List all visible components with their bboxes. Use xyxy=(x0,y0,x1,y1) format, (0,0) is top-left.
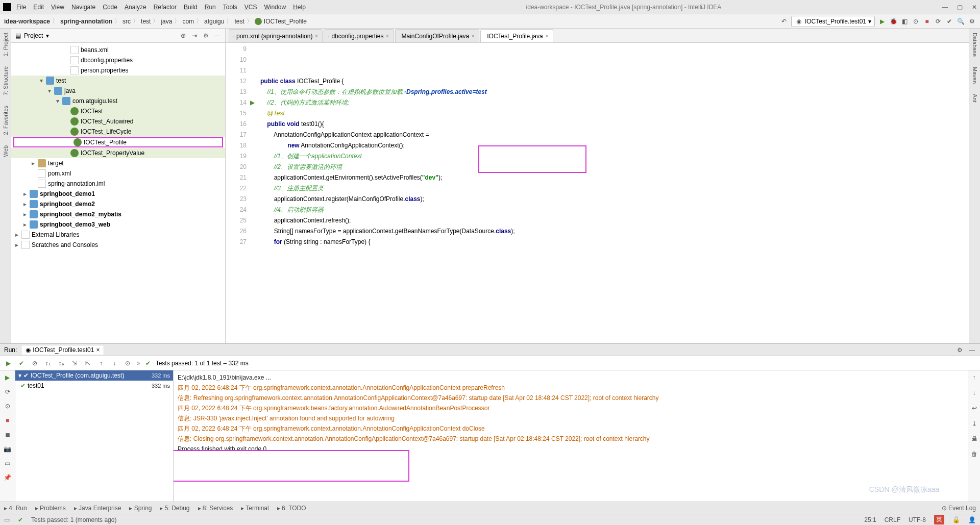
status-info-icon[interactable]: ▭ xyxy=(4,516,10,523)
tree-item[interactable]: ▸Scratches and Consoles xyxy=(11,240,225,250)
settings-icon[interactable]: ⚙ xyxy=(968,17,976,26)
test-tree[interactable]: ▾✔IOCTest_Profile (com.atguigu.test)332 … xyxy=(15,370,174,502)
debug-button[interactable]: 🐞 xyxy=(889,17,897,26)
inspection-icon[interactable]: 👤 xyxy=(968,516,976,523)
menu-help[interactable]: Help xyxy=(293,4,306,11)
project-tree[interactable]: beans.xmldbconfig.propertiesperson.prope… xyxy=(11,43,225,343)
tree-item[interactable]: IOCTest_PropertyValue xyxy=(11,148,225,158)
vcs-commit-icon[interactable]: ✔ xyxy=(945,17,953,26)
close-icon[interactable]: × xyxy=(96,346,100,354)
rerun-side-button[interactable]: ▶ xyxy=(4,373,12,382)
minimize-icon[interactable]: — xyxy=(942,4,948,11)
tool-window-button[interactable]: Web xyxy=(3,145,9,157)
breadcrumb-segment[interactable]: IOCTest_Profile xyxy=(264,18,307,25)
menu-window[interactable]: Window xyxy=(264,4,286,11)
tree-item[interactable]: ▸External Libraries xyxy=(11,230,225,240)
bottom-tool-button[interactable]: ▸ 5: Debug xyxy=(160,505,189,512)
clear-icon[interactable]: 🗑 xyxy=(970,450,978,458)
bottom-tool-button[interactable]: ▸ 8: Services xyxy=(198,505,233,512)
menu-run[interactable]: Run xyxy=(205,4,216,11)
breadcrumb-segment[interactable]: src xyxy=(122,18,131,25)
menu-edit[interactable]: Edit xyxy=(33,4,44,11)
hide-icon[interactable]: — xyxy=(213,32,221,40)
stop-side-button[interactable]: ■ xyxy=(4,416,12,424)
vcs-update-icon[interactable]: ⟳ xyxy=(934,17,942,26)
profile-button[interactable]: ⊙ xyxy=(912,17,920,26)
caret-position[interactable]: 25:1 xyxy=(864,516,876,523)
stop-button[interactable]: ■ xyxy=(923,17,931,26)
tool-window-button[interactable]: 1: Project xyxy=(3,33,9,56)
editor-tab[interactable]: dbconfig.properties× xyxy=(324,29,394,42)
close-icon[interactable]: × xyxy=(471,33,475,40)
breadcrumb-segment[interactable]: com xyxy=(182,18,194,25)
editor-tab[interactable]: MainConfigOfProfile.java× xyxy=(395,29,480,42)
tree-item[interactable]: ▸springboot_demo1 xyxy=(11,189,225,199)
bottom-tool-button[interactable]: ▸ Spring xyxy=(129,505,152,512)
tree-item[interactable]: IOCTest_Autowired xyxy=(11,116,225,127)
file-encoding[interactable]: UTF-8 xyxy=(909,516,926,523)
editor-tab[interactable]: IOCTest_Profile.java× xyxy=(480,29,553,42)
breadcrumb[interactable]: idea-workspace〉spring-annotation〉src〉tes… xyxy=(4,17,777,26)
menu-navigate[interactable]: Navigate xyxy=(71,4,95,11)
collapse-all-icon[interactable]: ⇥ xyxy=(190,32,199,40)
toggle-auto-icon[interactable]: ⊙ xyxy=(4,402,12,410)
prev-failed-icon[interactable]: ↑ xyxy=(97,359,105,367)
tree-item[interactable]: ▸springboot_demo2 xyxy=(11,199,225,209)
close-icon[interactable]: × xyxy=(314,33,318,40)
test-tree-row[interactable]: ✔test01332 ms xyxy=(15,381,173,391)
menu-view[interactable]: View xyxy=(51,4,64,11)
run-configuration-selector[interactable]: ◉ IOCTest_Profile.test01 ▾ xyxy=(791,16,875,27)
menu-code[interactable]: Code xyxy=(103,4,117,11)
run-button[interactable]: ▶ xyxy=(878,17,886,26)
tree-item[interactable]: ▾com.atguigu.test xyxy=(11,96,225,106)
menu-vcs[interactable]: VCS xyxy=(244,4,257,11)
collapse-all-icon[interactable]: ⇱ xyxy=(84,359,92,367)
test-tree-row[interactable]: ▾✔IOCTest_Profile (com.atguigu.test)332 … xyxy=(15,370,173,381)
close-icon[interactable]: × xyxy=(386,33,389,40)
hide-icon[interactable]: — xyxy=(968,346,976,354)
toggle-passed-icon[interactable]: ✔ xyxy=(17,359,26,367)
tree-item[interactable]: IOCTest_LifeCycle xyxy=(11,127,225,137)
scroll-end-icon[interactable]: ⤓ xyxy=(970,419,978,428)
menu-analyze[interactable]: Analyze xyxy=(125,4,146,11)
chevron-down-icon[interactable]: ▾ xyxy=(46,32,49,39)
soft-wrap-icon[interactable]: ↩ xyxy=(970,404,978,412)
expand-all-icon[interactable]: ⇲ xyxy=(70,359,79,367)
tree-item[interactable]: IOCTest_Profile xyxy=(13,137,223,147)
breadcrumb-segment[interactable]: java xyxy=(161,18,172,25)
code-content[interactable]: public class IOCTest_Profile { //1、使用命令行… xyxy=(256,43,969,343)
close-icon[interactable]: ✕ xyxy=(972,4,977,11)
tree-item[interactable]: pom.xml xyxy=(11,168,225,179)
layout-icon[interactable]: ▭ xyxy=(4,459,12,467)
sort-icon[interactable]: ↕₁ xyxy=(44,359,52,367)
ime-indicator[interactable]: 英 xyxy=(934,515,944,524)
tree-item[interactable]: dbconfig.properties xyxy=(11,55,225,65)
print-icon[interactable]: 🖶 xyxy=(970,435,978,443)
tool-window-button[interactable]: 2: Favorites xyxy=(3,106,9,135)
breadcrumb-segment[interactable]: spring-annotation xyxy=(60,18,112,25)
rerun-button[interactable]: ▶ xyxy=(4,359,12,367)
tree-item[interactable]: spring-annotation.iml xyxy=(11,179,225,189)
bottom-tool-button[interactable]: ▸ 6: TODO xyxy=(277,505,306,512)
lock-icon[interactable]: 🔓 xyxy=(952,516,960,523)
breadcrumb-segment[interactable]: test xyxy=(141,18,151,25)
rerun-failed-icon[interactable]: ⟳ xyxy=(4,388,12,396)
editor-tab[interactable]: pom.xml (spring-annotation)× xyxy=(229,29,323,42)
down-icon[interactable]: ↓ xyxy=(970,389,978,397)
maximize-icon[interactable]: ▢ xyxy=(957,4,963,11)
dump-icon[interactable]: ≣ xyxy=(4,431,12,439)
tree-item[interactable]: ▾test xyxy=(11,76,225,86)
breadcrumb-segment[interactable]: atguigu xyxy=(204,18,224,25)
tree-item[interactable]: ▾java xyxy=(11,86,225,96)
coverage-button[interactable]: ◧ xyxy=(900,17,909,26)
console-output[interactable]: E:\jdk\jdk1.8.0_191\bin\java.exe ...四月 0… xyxy=(174,370,968,502)
tree-item[interactable]: beans.xml xyxy=(11,45,225,55)
pin-icon[interactable]: 📌 xyxy=(4,473,12,482)
search-icon[interactable]: 🔍 xyxy=(957,17,965,26)
tree-item[interactable]: ▸springboot_demo2_mybatis xyxy=(11,209,225,219)
tool-window-button[interactable]: 7: Structure xyxy=(3,66,9,95)
bottom-tool-button[interactable]: ▸ Java Enterprise xyxy=(74,505,121,512)
bottom-tool-button[interactable]: ▸ Problems xyxy=(35,505,66,512)
menu-refactor[interactable]: Refactor xyxy=(154,4,177,11)
sort-alpha-icon[interactable]: ↕ₐ xyxy=(57,359,65,367)
